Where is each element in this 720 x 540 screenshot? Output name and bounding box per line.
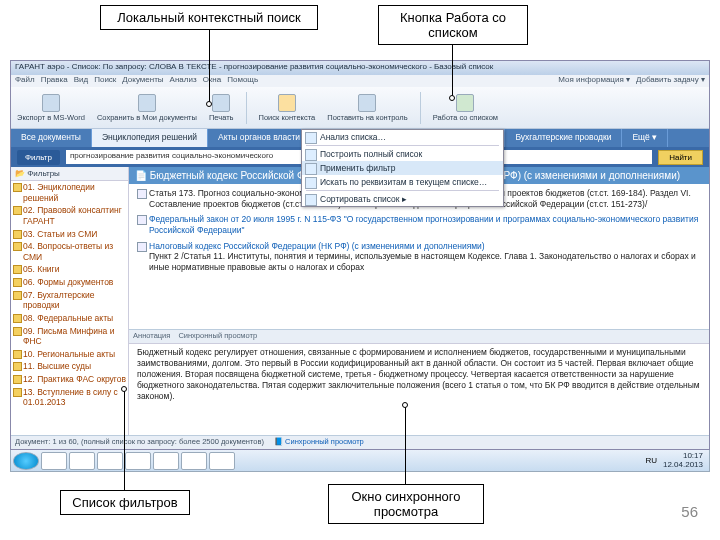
tab-encyclopedia[interactable]: Энциклопедия решений [92,129,208,147]
save-mydocs-button[interactable]: Сохранить в Мои документы [97,94,197,122]
tab-acts[interactable]: Акты органов власти [208,129,311,147]
menu-file[interactable]: Файл [15,75,35,87]
filter-item[interactable]: 11. Высшие суды [11,360,128,373]
menu-analysis[interactable]: Анализ [170,75,197,87]
start-button[interactable] [13,452,39,470]
dd-build-full-list[interactable]: Построить полный список [302,147,503,161]
dd-apply-filter[interactable]: Применить фильтр [302,161,503,175]
export-word-button[interactable]: Экспорт в MS-Word [17,94,85,122]
filter-item[interactable]: 07. Бухгалтерские проводки [11,289,128,312]
menu-windows[interactable]: Окна [203,75,222,87]
tab-annotation[interactable]: Аннотация [133,331,170,342]
filter-item[interactable]: 06. Формы документов [11,276,128,289]
word-icon [42,94,60,112]
callout-context-search: Локальный контекстный поиск [100,5,318,30]
tab-accounting[interactable]: Бухгалтерские проводки [505,129,622,147]
menu-my-info[interactable]: Моя информация ▾ [558,75,630,87]
save-icon [138,94,156,112]
print-icon [212,94,230,112]
set-control-button[interactable]: Поставить на контроль [327,94,407,122]
menu-view[interactable]: Вид [74,75,88,87]
print-button[interactable]: Печать [209,94,234,122]
filter-label: Фильтр [17,150,60,165]
task-tile[interactable] [125,452,151,470]
windows-taskbar[interactable]: RU 10:1712.04.2013 [10,450,710,472]
task-tile[interactable] [41,452,67,470]
filter-item[interactable]: 05. Книги [11,263,128,276]
dd-analyze-list[interactable]: Анализ списка… [302,130,503,144]
filter-item[interactable]: 08. Федеральные акты [11,312,128,325]
tab-sync-view[interactable]: Синхронный просмотр [178,331,257,342]
filter-item[interactable]: 12. Практика ФАС округов [11,373,128,386]
status-doc-count: Документ: 1 из 60, (полный список по зап… [15,437,264,448]
lang-indicator[interactable]: RU [645,456,657,465]
list-work-button[interactable]: Работа со списком [433,94,498,122]
sync-view-panel: Бюджетный кодекс регулирует отношения, с… [129,343,709,435]
filters-sidebar: 📂 Фильтры 01. Энциклопедии решений 02. П… [11,167,129,435]
filters-header: 📂 Фильтры [11,167,128,181]
tab-more[interactable]: Ещё ▾ [622,129,668,147]
task-tile[interactable] [153,452,179,470]
result-item[interactable]: Федеральный закон от 20 июля 1995 г. N 1… [137,214,701,235]
page-number: 56 [681,503,698,520]
toolbar: Экспорт в MS-Word Сохранить в Мои докуме… [11,87,709,129]
flag-icon [358,94,376,112]
callout-filter-list: Список фильтров [60,490,190,515]
result-item[interactable]: Налоговый кодекс Российской Федерации (Н… [137,241,701,273]
status-bar: Документ: 1 из 60, (полный список по зап… [11,435,709,449]
callout-sync-window: Окно синхронного просмотра [328,484,484,524]
callout-list-button: Кнопка Работа со списком [378,5,528,45]
menu-bar[interactable]: Файл Правка Вид Поиск Документы Анализ О… [11,75,709,87]
filter-item[interactable]: 02. Правовой консалтинг ГАРАНТ [11,204,128,227]
system-clock[interactable]: 10:1712.04.2013 [659,452,707,470]
filter-item[interactable]: 13. Вступление в силу с 01.01.2013 [11,386,128,409]
menu-search[interactable]: Поиск [94,75,116,87]
search-icon [278,94,296,112]
app-window: ГАРАНТ аэро - Список: По запросу: СЛОВА … [10,60,710,450]
menu-add-task[interactable]: Добавить задачу ▾ [636,75,705,87]
filter-item[interactable]: 04. Вопросы-ответы из СМИ [11,240,128,263]
dd-search-requisites[interactable]: Искать по реквизитам в текущем списке… [302,175,503,189]
context-search-button[interactable]: Поиск контекста [259,94,316,122]
list-work-dropdown: Анализ списка… Построить полный список П… [301,129,504,207]
task-tile[interactable] [97,452,123,470]
filter-item[interactable]: 01. Энциклопедии решений [11,181,128,204]
task-tile[interactable] [209,452,235,470]
filter-item[interactable]: 10. Региональные акты [11,348,128,361]
menu-edit[interactable]: Правка [41,75,68,87]
tab-all-docs[interactable]: Все документы [11,129,92,147]
find-button[interactable]: Найти [658,150,703,165]
filter-item[interactable]: 09. Письма Минфина и ФНС [11,325,128,348]
task-tile[interactable] [69,452,95,470]
title-bar: ГАРАНТ аэро - Список: По запросу: СЛОВА … [11,61,709,75]
status-sync-link[interactable]: 📘 Синхронный просмотр [274,437,364,448]
menu-help[interactable]: Помощь [227,75,258,87]
menu-documents[interactable]: Документы [122,75,163,87]
task-tile[interactable] [181,452,207,470]
sync-tabs: Аннотация Синхронный просмотр [129,329,709,343]
dd-sort-list[interactable]: Сортировать список ▸ [302,192,503,206]
main-panel: 📄 Бюджетный кодекс Российской Федерации … [129,167,709,435]
list-icon [456,94,474,112]
filter-item[interactable]: 03. Статьи из СМИ [11,228,128,241]
